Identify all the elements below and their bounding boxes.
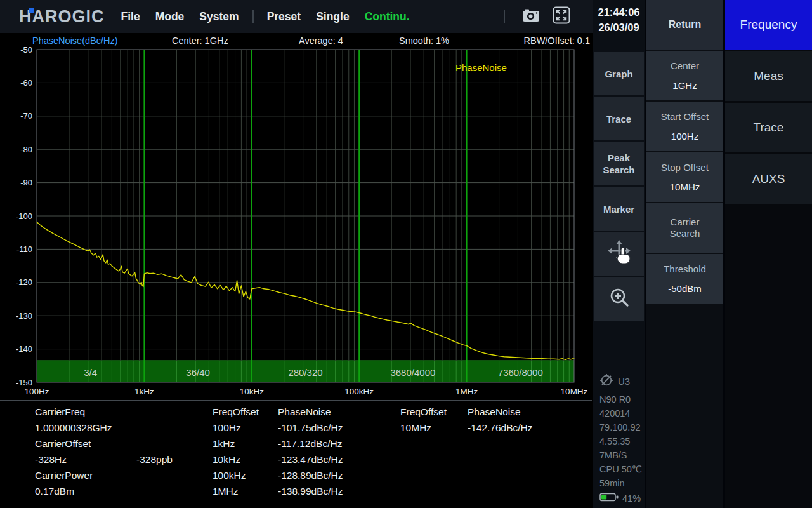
menu-divider bbox=[252, 10, 254, 23]
top-bar: HAROGIC File Mode System Preset Single C… bbox=[0, 0, 593, 33]
trace-button[interactable]: Trace bbox=[594, 97, 644, 140]
carrier-offset-label: CarrierOffset bbox=[35, 438, 136, 450]
clock: 21:44:06 26/03/09 bbox=[593, 0, 645, 41]
center-value: 1GHz bbox=[672, 80, 697, 91]
pan-button[interactable] bbox=[594, 232, 644, 276]
return-button[interactable]: Return bbox=[646, 0, 723, 50]
menu-frequency[interactable]: Frequency bbox=[725, 0, 812, 50]
freq-offset-header-2: FreqOffset bbox=[400, 406, 468, 418]
menu-single[interactable]: Single bbox=[308, 10, 357, 23]
graph-button[interactable]: Graph bbox=[594, 52, 644, 95]
svg-text:100Hz: 100Hz bbox=[24, 387, 49, 396]
svg-text:100kHz: 100kHz bbox=[344, 387, 374, 396]
expand-icon bbox=[553, 6, 570, 27]
svg-text:-120: -120 bbox=[16, 277, 32, 287]
svg-text:10kHz: 10kHz bbox=[240, 387, 265, 396]
chart-plot-area[interactable]: 3/436/40280/3203680/40007360/8000-50-60-… bbox=[0, 33, 593, 400]
noise-cell: -142.76dBc/Hz bbox=[468, 422, 593, 434]
threshold-label: Threshold bbox=[664, 264, 706, 275]
battery-row: 41% bbox=[599, 492, 644, 504]
svg-text:3/4: 3/4 bbox=[84, 367, 97, 378]
clock-date: 26/03/09 bbox=[593, 20, 645, 35]
start-offset-button[interactable]: Start Offset 100Hz bbox=[646, 102, 723, 151]
svg-text:280/320: 280/320 bbox=[288, 367, 322, 378]
menu-continuous[interactable]: Continu. bbox=[357, 10, 417, 23]
battery-icon bbox=[599, 492, 619, 504]
battery-percent: 41% bbox=[622, 493, 641, 504]
main-menu-column: Frequency Meas Trace AUXS bbox=[725, 0, 812, 508]
offset-cell: 10MHz bbox=[400, 422, 468, 434]
freq-offset-header: FreqOffset bbox=[213, 406, 278, 418]
menu-mode[interactable]: Mode bbox=[148, 10, 192, 23]
status-line: CPU 50℃ bbox=[599, 462, 644, 476]
right-control-panel: 21:44:06 26/03/09 Graph Trace Peak Searc… bbox=[593, 0, 812, 508]
sync-off-icon bbox=[599, 373, 613, 389]
carrier-search-button[interactable]: Carrier Search bbox=[646, 203, 723, 253]
status-line: 79.100.92 bbox=[599, 420, 644, 434]
svg-text:1kHz: 1kHz bbox=[134, 387, 154, 396]
status-line: 7MB/S bbox=[599, 448, 644, 462]
svg-text:-60: -60 bbox=[20, 78, 32, 88]
threshold-button[interactable]: Threshold -50dBm bbox=[646, 254, 723, 304]
center-label: Center bbox=[671, 60, 699, 72]
svg-text:-100: -100 bbox=[16, 211, 32, 221]
center-freq-button[interactable]: Center 1GHz bbox=[646, 51, 723, 100]
menu-trace[interactable]: Trace bbox=[725, 103, 812, 152]
clock-time: 21:44:06 bbox=[593, 4, 645, 20]
phase-noise-chart[interactable]: PhaseNoise(dBc/Hz) Center: 1GHz Average:… bbox=[0, 33, 593, 400]
chart-table-divider bbox=[0, 400, 592, 401]
menu-preset[interactable]: Preset bbox=[259, 10, 309, 23]
device-row: U3 bbox=[599, 373, 644, 389]
marker-button[interactable]: Marker bbox=[594, 187, 644, 231]
svg-text:-70: -70 bbox=[20, 111, 32, 121]
offset-cell: 100kHz bbox=[213, 470, 278, 481]
svg-text:-140: -140 bbox=[16, 344, 32, 354]
svg-text:3680/4000: 3680/4000 bbox=[390, 367, 435, 378]
magnifier-plus-icon bbox=[606, 285, 632, 313]
table-row: CarrierFreq FreqOffset PhaseNoise FreqOf… bbox=[35, 404, 593, 420]
device-id: U3 bbox=[618, 376, 630, 387]
stop-offset-button[interactable]: Stop Offset 10MHz bbox=[646, 152, 723, 202]
status-line: 4.55.35 bbox=[599, 434, 644, 448]
svg-text:7360/8000: 7360/8000 bbox=[498, 367, 543, 378]
start-offset-label: Start Offset bbox=[661, 111, 709, 123]
noise-cell: -123.47dBc/Hz bbox=[278, 454, 400, 465]
noise-cell: -138.99dBc/Hz bbox=[278, 486, 400, 497]
table-row: -328Hz -328ppb 10kHz -123.47dBc/Hz bbox=[35, 451, 593, 467]
screenshot-button[interactable] bbox=[521, 7, 541, 26]
carrier-offset-ppb: -328ppb bbox=[136, 454, 213, 465]
svg-text:-130: -130 bbox=[16, 311, 32, 321]
carrier-search-label: Carrier Search bbox=[656, 217, 714, 239]
fullscreen-button[interactable] bbox=[551, 7, 572, 26]
menu-system[interactable]: System bbox=[192, 10, 246, 23]
svg-text:-50: -50 bbox=[20, 45, 32, 55]
measurement-readout-table: CarrierFreq FreqOffset PhaseNoise FreqOf… bbox=[0, 404, 593, 499]
start-offset-value: 100Hz bbox=[671, 131, 698, 142]
status-line: 420014 bbox=[599, 406, 644, 420]
harogic-logo: HAROGIC bbox=[19, 0, 105, 33]
svg-text:-150: -150 bbox=[16, 378, 32, 387]
offset-cell: 1kHz bbox=[213, 438, 278, 450]
svg-text:1MHz: 1MHz bbox=[455, 387, 478, 396]
status-line: 59min bbox=[599, 476, 644, 490]
main-display-region: HAROGIC File Mode System Preset Single C… bbox=[0, 0, 593, 508]
phase-noise-analyzer-screen: HAROGIC File Mode System Preset Single C… bbox=[0, 0, 812, 508]
stop-offset-value: 10MHz bbox=[670, 182, 700, 192]
menu-meas[interactable]: Meas bbox=[725, 51, 812, 101]
table-row: 0.17dBm 1MHz -138.99dBc/Hz bbox=[35, 483, 593, 499]
offset-cell: 1MHz bbox=[213, 486, 278, 497]
svg-text:-80: -80 bbox=[20, 145, 32, 154]
menu-auxs[interactable]: AUXS bbox=[725, 154, 812, 204]
peak-search-button[interactable]: Peak Search bbox=[594, 142, 644, 185]
carrier-power-label: CarrierPower bbox=[35, 470, 136, 481]
icons-divider bbox=[504, 10, 505, 23]
zoom-in-button[interactable] bbox=[594, 277, 644, 321]
tool-column: 21:44:06 26/03/09 Graph Trace Peak Searc… bbox=[593, 0, 645, 508]
svg-text:-110: -110 bbox=[16, 244, 32, 254]
offset-cell: 10kHz bbox=[213, 454, 278, 465]
carrier-freq-label: CarrierFreq bbox=[35, 406, 136, 418]
threshold-value: -50dBm bbox=[668, 283, 702, 294]
phase-noise-header: PhaseNoise bbox=[278, 406, 400, 418]
menu-file[interactable]: File bbox=[114, 10, 148, 23]
table-row: CarrierOffset 1kHz -117.12dBc/Hz bbox=[35, 436, 593, 451]
